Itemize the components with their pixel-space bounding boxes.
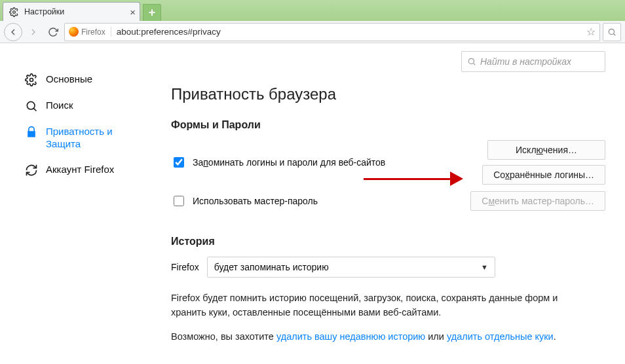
reload-button[interactable] — [45, 24, 62, 41]
firefox-icon — [69, 27, 79, 37]
section-forms-heading: Формы и Пароли — [171, 119, 605, 131]
identity-block[interactable]: Firefox — [69, 27, 111, 37]
change-master-password-button: Сменить мастер-пароль… — [470, 191, 605, 211]
use-master-password-checkbox[interactable]: Использовать мастер-пароль — [171, 194, 318, 208]
new-tab-button[interactable]: + — [143, 4, 161, 21]
back-button[interactable] — [4, 23, 22, 41]
search-icon — [25, 100, 38, 113]
gear-icon — [25, 73, 38, 86]
bookmark-star-icon[interactable]: ☆ — [586, 26, 596, 38]
history-label: Firefox — [171, 262, 199, 272]
history-mode-row: Firefox будет запоминать историю ▼ — [171, 257, 605, 278]
use-master-password-label: Использовать мастер-пароль — [193, 196, 318, 206]
gear-icon — [7, 5, 20, 18]
search-icon — [467, 57, 476, 66]
preferences-page: Основные Поиск Приватность и Защита Акка… — [0, 43, 625, 364]
svg-point-1 — [609, 29, 614, 34]
identity-label: Firefox — [81, 27, 105, 37]
sidebar-item-search[interactable]: Поиск — [20, 93, 147, 119]
sidebar-item-label: Основные — [46, 73, 92, 86]
url-text: about:preferences#privacy — [117, 27, 581, 37]
remember-logins-label: Запоминать логины и пароли для веб-сайто… — [193, 157, 385, 168]
section-history-heading: История — [171, 236, 605, 247]
preferences-main: Найти в настройках Приватность браузера … — [147, 43, 625, 364]
svg-point-0 — [12, 10, 15, 13]
page-title: Приватность браузера — [171, 85, 605, 103]
use-master-password-input[interactable] — [174, 196, 184, 206]
find-placeholder: Найти в настройках — [480, 56, 571, 67]
forward-button[interactable] — [25, 24, 42, 41]
sidebar-item-label: Аккаунт Firefox — [46, 164, 114, 176]
lock-icon — [25, 126, 38, 139]
url-bar[interactable]: Firefox about:preferences#privacy ☆ — [64, 23, 600, 41]
history-desc-2: Возможно, вы захотите удалить вашу недав… — [171, 329, 590, 344]
nav-toolbar: Firefox about:preferences#privacy ☆ — [0, 21, 625, 43]
sync-icon — [25, 164, 38, 177]
svg-point-2 — [30, 79, 33, 82]
remember-logins-row: Запоминать логины и пароли для веб-сайто… — [171, 140, 605, 185]
browser-tab-settings[interactable]: Настройки × — [3, 2, 140, 21]
sidebar-item-label: Поиск — [46, 100, 73, 112]
master-password-row: Использовать мастер-пароль Сменить масте… — [171, 191, 605, 211]
close-icon[interactable]: × — [130, 7, 136, 17]
sidebar-item-privacy[interactable]: Приватность и Защита — [20, 119, 147, 157]
chevron-down-icon: ▼ — [481, 263, 488, 271]
history-mode-value: будет запоминать историю — [214, 262, 329, 272]
tab-title: Настройки — [24, 7, 64, 16]
sidebar-item-label: Приватность и Защита — [46, 126, 142, 151]
sidebar-item-general[interactable]: Основные — [20, 67, 147, 93]
remember-logins-checkbox[interactable]: Запоминать логины и пароли для веб-сайто… — [171, 155, 385, 170]
svg-point-4 — [468, 58, 474, 64]
tab-strip: Настройки × + — [0, 0, 625, 21]
exceptions-button[interactable]: Исключения… — [487, 140, 605, 160]
search-bar[interactable] — [603, 23, 621, 41]
sidebar-item-account[interactable]: Аккаунт Firefox — [20, 157, 147, 183]
remove-cookies-link[interactable]: удалить отдельные куки — [447, 331, 554, 342]
history-mode-select[interactable]: будет запоминать историю ▼ — [207, 257, 495, 278]
history-desc-1: Firefox будет помнить историю посещений,… — [171, 291, 590, 320]
clear-recent-history-link[interactable]: удалить вашу недавнюю историю — [276, 331, 425, 342]
svg-point-3 — [27, 101, 35, 109]
saved-logins-button[interactable]: Сохранённые логины… — [482, 165, 605, 185]
remember-logins-input[interactable] — [174, 157, 184, 168]
preferences-sidebar: Основные Поиск Приватность и Защита Акка… — [0, 43, 147, 364]
find-in-preferences[interactable]: Найти в настройках — [461, 51, 605, 72]
